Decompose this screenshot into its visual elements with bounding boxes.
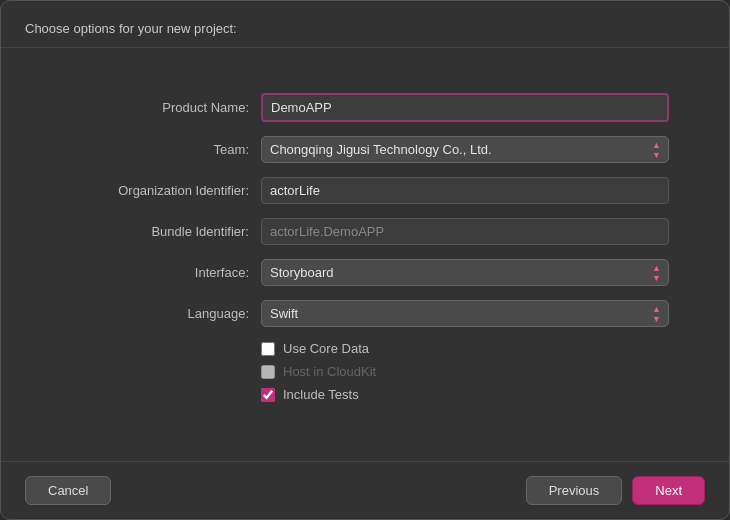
team-label: Team: (61, 142, 261, 157)
language-select[interactable]: Swift Objective-C (261, 300, 669, 327)
interface-select[interactable]: Storyboard SwiftUI (261, 259, 669, 286)
org-identifier-row: Organization Identifier: (61, 177, 669, 204)
org-identifier-label: Organization Identifier: (61, 183, 261, 198)
language-control: Swift Objective-C ▲ ▼ (261, 300, 669, 327)
product-name-label: Product Name: (61, 100, 261, 115)
bundle-identifier-input (261, 218, 669, 245)
bundle-identifier-label: Bundle Identifier: (61, 224, 261, 239)
team-select[interactable]: Chongqing Jigusi Technology Co., Ltd. (261, 136, 669, 163)
language-row: Language: Swift Objective-C ▲ ▼ (61, 300, 669, 327)
dialog-footer: Cancel Previous Next (1, 461, 729, 519)
team-row: Team: Chongqing Jigusi Technology Co., L… (61, 136, 669, 163)
include-tests-item[interactable]: Include Tests (261, 387, 376, 402)
team-select-wrapper: Chongqing Jigusi Technology Co., Ltd. ▲ … (261, 136, 669, 163)
product-name-input[interactable] (261, 93, 669, 122)
language-label: Language: (61, 306, 261, 321)
org-identifier-input[interactable] (261, 177, 669, 204)
use-core-data-checkbox[interactable] (261, 342, 275, 356)
product-name-control (261, 93, 669, 122)
previous-button[interactable]: Previous (526, 476, 623, 505)
next-button[interactable]: Next (632, 476, 705, 505)
team-control: Chongqing Jigusi Technology Co., Ltd. ▲ … (261, 136, 669, 163)
interface-label: Interface: (61, 265, 261, 280)
include-tests-checkbox[interactable] (261, 388, 275, 402)
host-in-cloudkit-item: Host in CloudKit (261, 364, 376, 379)
interface-control: Storyboard SwiftUI ▲ ▼ (261, 259, 669, 286)
cancel-button[interactable]: Cancel (25, 476, 111, 505)
dialog-header: Choose options for your new project: (1, 1, 729, 48)
checkbox-group: Use Core Data Host in CloudKit Include T… (261, 341, 376, 402)
dialog-title: Choose options for your new project: (25, 21, 237, 36)
footer-right-buttons: Previous Next (526, 476, 705, 505)
host-in-cloudkit-checkbox (261, 365, 275, 379)
project-options-dialog: Choose options for your new project: Pro… (0, 0, 730, 520)
language-select-wrapper: Swift Objective-C ▲ ▼ (261, 300, 669, 327)
use-core-data-label: Use Core Data (283, 341, 369, 356)
include-tests-label: Include Tests (283, 387, 359, 402)
org-identifier-control (261, 177, 669, 204)
interface-row: Interface: Storyboard SwiftUI ▲ ▼ (61, 259, 669, 286)
product-name-row: Product Name: (61, 93, 669, 122)
use-core-data-item[interactable]: Use Core Data (261, 341, 376, 356)
checkboxes-row: Use Core Data Host in CloudKit Include T… (61, 341, 669, 402)
dialog-body: Product Name: Team: Chongqing Jigusi Tec… (1, 48, 729, 461)
interface-select-wrapper: Storyboard SwiftUI ▲ ▼ (261, 259, 669, 286)
bundle-identifier-row: Bundle Identifier: (61, 218, 669, 245)
host-in-cloudkit-label: Host in CloudKit (283, 364, 376, 379)
bundle-identifier-control (261, 218, 669, 245)
